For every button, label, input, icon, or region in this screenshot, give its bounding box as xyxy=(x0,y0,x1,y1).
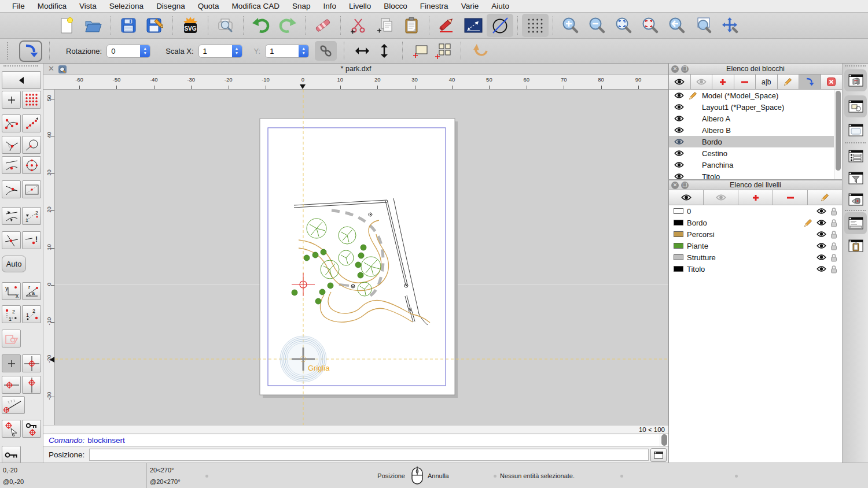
block-row[interactable]: Panchina xyxy=(669,159,842,171)
undo-button[interactable] xyxy=(248,14,274,37)
link-scales-button[interactable] xyxy=(315,41,337,61)
hide-all-layers-button[interactable] xyxy=(704,190,738,205)
coordinate-polar-button[interactable]: ra xyxy=(22,282,41,300)
block-list-panel-button[interactable] xyxy=(844,69,867,91)
relative-polar-button[interactable]: 12 xyxy=(22,305,41,323)
selection-filter-panel-button[interactable] xyxy=(844,167,867,189)
layer-row[interactable]: Percorsi xyxy=(669,228,842,240)
menu-item-varie[interactable]: Varie xyxy=(455,2,486,10)
menu-item-blocco[interactable]: Blocco xyxy=(377,2,414,10)
command-scrollbar[interactable] xyxy=(660,434,668,446)
modify-divide-button[interactable] xyxy=(487,14,513,37)
rename-block-button[interactable]: a|b xyxy=(756,75,778,89)
block-visibility-eye-icon[interactable] xyxy=(672,92,686,99)
menu-item-quota[interactable]: Quota xyxy=(192,2,226,10)
remove-layer-button[interactable] xyxy=(773,190,808,205)
layer-row[interactable]: Strutture xyxy=(669,252,842,263)
restrict-horizontal-button[interactable] xyxy=(2,376,21,394)
layer-lock-icon[interactable] xyxy=(830,253,837,262)
block-row[interactable]: Bordo xyxy=(669,136,842,147)
draw-pencil-button[interactable] xyxy=(433,14,460,37)
block-visibility-eye-icon[interactable] xyxy=(672,150,686,157)
toolbar-drag-handle[interactable] xyxy=(3,65,38,66)
layer-visibility-eye-icon[interactable] xyxy=(816,242,826,249)
menu-item-livello[interactable]: Livello xyxy=(343,2,377,10)
menu-item-seleziona[interactable]: Seleziona xyxy=(103,2,150,10)
dimension-button[interactable] xyxy=(460,14,487,37)
set-relative-zero-button[interactable] xyxy=(2,420,21,438)
relative-cartesian-button[interactable]: 12 xyxy=(2,305,21,323)
lock-relative-zero-button[interactable] xyxy=(22,420,41,438)
menu-item-finestra[interactable]: Finestra xyxy=(414,2,455,10)
snap-on-entity-button[interactable] xyxy=(22,114,41,132)
command-history[interactable]: Comando: blockinsert xyxy=(43,434,668,446)
layer-visibility-eye-icon[interactable] xyxy=(816,254,826,261)
relative-zero-panel-button[interactable] xyxy=(844,188,867,210)
block-visibility-eye-icon[interactable] xyxy=(672,115,686,122)
relative-zero-key-button[interactable] xyxy=(2,446,21,464)
snap-reference-button[interactable] xyxy=(22,180,41,198)
zoom-page-button[interactable] xyxy=(690,14,717,37)
restrict-distance-button[interactable]: 12 xyxy=(22,207,41,225)
show-all-layers-button[interactable] xyxy=(669,190,704,205)
show-all-blocks-button[interactable] xyxy=(669,75,691,89)
close-panel-icon[interactable]: ✕ xyxy=(671,65,679,73)
flip-vertical-button[interactable] xyxy=(373,41,395,61)
blocks-scrollbar-thumb[interactable] xyxy=(836,91,841,171)
block-visibility-eye-icon[interactable] xyxy=(672,127,686,134)
layer-row[interactable]: 0 xyxy=(669,205,842,217)
svg-export-button[interactable]: SVG xyxy=(177,14,204,37)
edit-layer-button[interactable] xyxy=(808,190,842,205)
restrict-vertical-button[interactable] xyxy=(22,376,41,394)
snap-middle-button[interactable] xyxy=(2,156,21,174)
snap-free-button[interactable] xyxy=(2,91,21,109)
pan-button[interactable] xyxy=(717,14,744,37)
snap-perpendicular-button[interactable] xyxy=(2,136,21,154)
menu-item-aiuto[interactable]: Aiuto xyxy=(485,2,516,10)
layer-lock-icon[interactable] xyxy=(830,230,837,239)
block-row[interactable]: Albero A xyxy=(669,113,842,124)
copy-button[interactable] xyxy=(372,14,398,37)
zoom-out-button[interactable] xyxy=(584,14,610,37)
print-preview-button[interactable] xyxy=(212,14,239,37)
delete-block-button[interactable] xyxy=(821,75,843,89)
zoom-in-button[interactable] xyxy=(557,14,584,37)
block-row[interactable]: Model (*Model_Space) xyxy=(669,90,842,101)
layer-row[interactable]: Piante xyxy=(669,240,842,252)
command-scrollbar-thumb[interactable] xyxy=(661,434,667,446)
snap-grid-button[interactable] xyxy=(22,91,41,109)
save-button[interactable] xyxy=(115,14,142,37)
scale-y-combobox[interactable]: 1 ▲▼ xyxy=(265,45,309,58)
property-list-panel-button[interactable] xyxy=(844,145,867,167)
menu-item-vista[interactable]: Vista xyxy=(73,2,103,10)
insert-block-panel-button[interactable] xyxy=(799,75,821,89)
insert-single-button[interactable] xyxy=(410,41,432,61)
menu-item-info[interactable]: Info xyxy=(317,2,343,10)
insert-array-button[interactable] xyxy=(432,41,454,61)
remove-block-button[interactable] xyxy=(734,75,756,89)
block-row[interactable]: Layout1 (*Paper_Space) xyxy=(669,101,842,113)
snap-intersection-manual-button[interactable]: ! xyxy=(22,231,41,249)
zoom-selection-button[interactable] xyxy=(637,14,664,37)
layer-visibility-eye-icon[interactable] xyxy=(816,208,826,215)
detach-panel-icon[interactable]: ❐ xyxy=(681,65,689,73)
edit-block-button[interactable] xyxy=(778,75,800,89)
block-row[interactable]: Titolo xyxy=(669,171,842,179)
menu-item-modifica[interactable]: Modifica xyxy=(31,2,73,10)
drawing-canvas[interactable]: Griglia xyxy=(55,90,668,425)
layer-edit-pencil-icon[interactable] xyxy=(804,219,812,227)
snap-angle-button[interactable] xyxy=(2,396,25,414)
detach-panel-icon[interactable]: ❐ xyxy=(681,182,689,189)
undo-options-button[interactable] xyxy=(468,41,490,61)
preview-panel-button[interactable] xyxy=(844,119,867,141)
layer-lock-icon[interactable] xyxy=(830,207,837,216)
blocks-scrollbar[interactable] xyxy=(834,90,842,179)
snap-crosshair-button[interactable] xyxy=(22,354,41,372)
snap-tangent-button[interactable] xyxy=(2,180,21,198)
snap-center-button[interactable] xyxy=(22,156,41,174)
toolbar-drag-handle[interactable] xyxy=(845,65,866,66)
add-block-button[interactable] xyxy=(712,75,734,89)
cut-button[interactable] xyxy=(345,14,372,37)
hide-all-blocks-button[interactable] xyxy=(691,75,713,89)
new-document-button[interactable] xyxy=(53,14,80,37)
